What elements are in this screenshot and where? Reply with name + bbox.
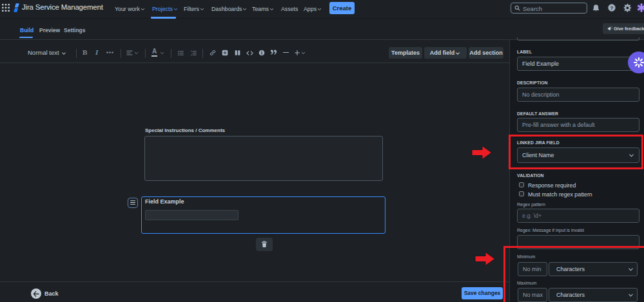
svg-text:?: ?: [610, 5, 614, 11]
svg-text:1: 1: [191, 50, 192, 53]
svg-text:2: 2: [191, 53, 192, 55]
